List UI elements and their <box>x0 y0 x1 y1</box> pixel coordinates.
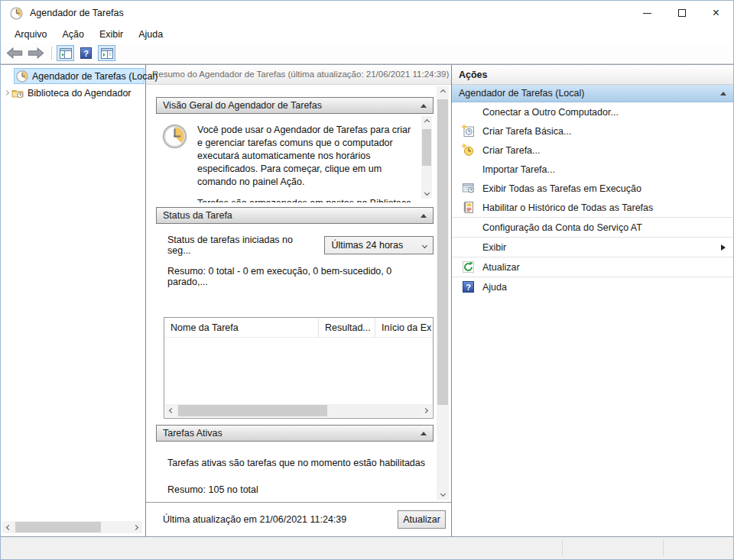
action-import-task[interactable]: Importar Tarefa... <box>452 160 733 179</box>
console-tree-panel: Agendador de Tarefas (Local) Biblioteca … <box>1 65 146 536</box>
task-status-section-title: Status da Tarefa <box>163 210 232 221</box>
close-button[interactable]: × <box>699 1 733 25</box>
table-header-row: Nome da Tarefa Resultad... Início da Ex <box>164 318 433 338</box>
icon-spacer <box>462 105 475 118</box>
column-run-start[interactable]: Início da Ex <box>375 318 433 337</box>
summary-panel: Resumo do Agendador de Tarefas (última a… <box>146 65 452 536</box>
overview-paragraph-2: Tarefas são armazenadas em pastas na Bib… <box>197 197 414 202</box>
overview-section-header[interactable]: Visão Geral do Agendador de Tarefas <box>156 97 434 114</box>
collapse-icon[interactable] <box>720 92 726 95</box>
main-area: Agendador de Tarefas (Local) Biblioteca … <box>1 64 733 536</box>
overview-content: Você pode usar o Agendador de Tarefas pa… <box>156 114 434 202</box>
minimize-button[interactable] <box>630 1 664 25</box>
app-window: Agendador de Tarefas × Arquivo Ação Exib… <box>0 0 734 560</box>
show-hide-console-tree-button[interactable] <box>57 45 74 61</box>
overview-section-title: Visão Geral do Agendador de Tarefas <box>163 100 322 111</box>
refresh-icon <box>462 261 475 274</box>
minimize-icon <box>643 13 651 14</box>
task-status-section-header[interactable]: Status da Tarefa <box>156 207 434 224</box>
action-show-running-tasks[interactable]: Exibir Todas as Tarefas em Execução <box>452 179 733 198</box>
action-create-task[interactable]: Criar Tarefa... <box>452 141 733 160</box>
chevron-down-icon <box>422 242 427 248</box>
actions-group-header[interactable]: Agendador de Tarefas (Local) <box>452 85 733 102</box>
table-horizontal-scrollbar[interactable] <box>165 404 432 417</box>
action-label: Ajuda <box>482 282 507 293</box>
forward-arrow-icon[interactable] <box>28 47 46 60</box>
action-label: Configuração da Conta do Serviço AT <box>482 222 642 233</box>
active-tasks-section-title: Tarefas Ativas <box>163 428 222 439</box>
active-tasks-description: Tarefas ativas são tarefas que no moment… <box>156 458 434 468</box>
scroll-left-icon[interactable] <box>166 404 177 417</box>
menu-acao[interactable]: Ação <box>54 28 92 41</box>
status-bar <box>1 536 733 559</box>
scroll-down-icon[interactable] <box>421 187 432 199</box>
scroll-down-icon[interactable] <box>437 488 449 500</box>
action-label: Atualizar <box>482 262 520 273</box>
task-scheduler-icon <box>10 7 23 20</box>
summary-vertical-scrollbar[interactable] <box>437 86 449 500</box>
collapse-icon[interactable] <box>421 214 427 218</box>
tree-item-library[interactable]: Biblioteca do Agendador <box>1 85 145 101</box>
close-icon: × <box>713 7 719 19</box>
summary-panel-body: Visão Geral do Agendador de Tarefas <box>146 85 451 502</box>
summary-footer: Última atualização em 21/06/2021 11:24:3… <box>146 502 451 536</box>
last-update-text: Última atualização em 21/06/2021 11:24:3… <box>163 514 346 525</box>
window-controls: × <box>630 1 733 25</box>
task-scheduler-clock-icon <box>16 70 28 83</box>
tree-expander-icon[interactable] <box>4 90 9 95</box>
task-status-section: Status da Tarefa Status de tarefas inici… <box>156 207 434 419</box>
action-connect-other-computer[interactable]: Conectar a Outro Computador... <box>452 102 733 121</box>
history-icon <box>462 201 475 214</box>
summary-panel-header: Resumo do Agendador de Tarefas (última a… <box>146 65 451 85</box>
help-icon: ? <box>462 280 475 293</box>
scroll-right-icon[interactable] <box>420 404 431 417</box>
action-label: Conectar a Outro Computador... <box>482 107 619 118</box>
show-hide-action-pane-button[interactable] <box>98 45 115 61</box>
back-arrow-icon[interactable] <box>6 47 24 60</box>
scrollbar-thumb[interactable] <box>422 129 431 166</box>
scroll-right-icon[interactable] <box>130 521 141 533</box>
action-create-basic-task[interactable]: Criar Tarefa Básica... <box>452 121 733 141</box>
status-period-value: Últimas 24 horas <box>331 240 403 251</box>
refresh-button[interactable]: Atualizar <box>398 510 446 529</box>
collapse-icon[interactable] <box>421 432 427 435</box>
menu-arquivo[interactable]: Arquivo <box>7 28 54 41</box>
toolbar-help-button[interactable]: ? <box>77 45 95 61</box>
submenu-arrow-icon <box>721 244 726 251</box>
maximize-button[interactable] <box>664 1 699 25</box>
toolbar-separator <box>51 47 52 60</box>
column-task-name[interactable]: Nome da Tarefa <box>164 318 319 337</box>
scrollbar-thumb[interactable] <box>437 99 448 405</box>
status-period-dropdown[interactable]: Últimas 24 horas <box>324 236 434 254</box>
action-enable-all-tasks-history[interactable]: Habilitar o Histórico de Todas as Tarefa… <box>452 198 733 217</box>
tree-item-label: Biblioteca do Agendador <box>28 88 132 99</box>
menu-exibir[interactable]: Exibir <box>92 28 131 41</box>
actions-panel-title: Ações <box>452 65 733 85</box>
action-view[interactable]: Exibir <box>452 238 733 257</box>
scroll-up-icon[interactable] <box>421 116 432 128</box>
scrollbar-thumb[interactable] <box>178 405 327 416</box>
task-status-table: Nome da Tarefa Resultad... Início da Ex <box>164 317 434 419</box>
scroll-up-icon[interactable] <box>437 86 449 98</box>
menu-ajuda[interactable]: Ajuda <box>131 28 171 41</box>
icon-spacer <box>462 163 475 176</box>
action-refresh[interactable]: Atualizar <box>452 257 733 277</box>
scrollbar-thumb[interactable] <box>15 522 101 532</box>
scroll-left-icon[interactable] <box>3 521 15 533</box>
overview-scrollbar[interactable] <box>421 116 432 199</box>
maximize-icon <box>678 9 686 17</box>
action-label: Criar Tarefa... <box>482 145 541 156</box>
tree-item-task-scheduler-local[interactable]: Agendador de Tarefas (Local) <box>14 68 145 84</box>
overview-paragraph-1: Você pode usar o Agendador de Tarefas pa… <box>197 124 414 189</box>
running-tasks-icon <box>462 182 475 195</box>
tree-horizontal-scrollbar[interactable] <box>2 521 142 533</box>
status-filter-row: Status de tarefas iniciadas no seg... Úl… <box>156 235 434 256</box>
action-label: Exibir <box>482 242 506 253</box>
create-basic-task-icon <box>462 125 475 138</box>
help-icon: ? <box>80 47 92 59</box>
collapse-icon[interactable] <box>421 104 427 108</box>
active-tasks-section-header[interactable]: Tarefas Ativas <box>156 425 434 442</box>
action-at-service-account-configuration[interactable]: Configuração da Conta do Serviço AT <box>452 218 733 237</box>
action-help[interactable]: ? Ajuda <box>452 277 733 296</box>
column-run-result[interactable]: Resultad... <box>319 318 375 337</box>
